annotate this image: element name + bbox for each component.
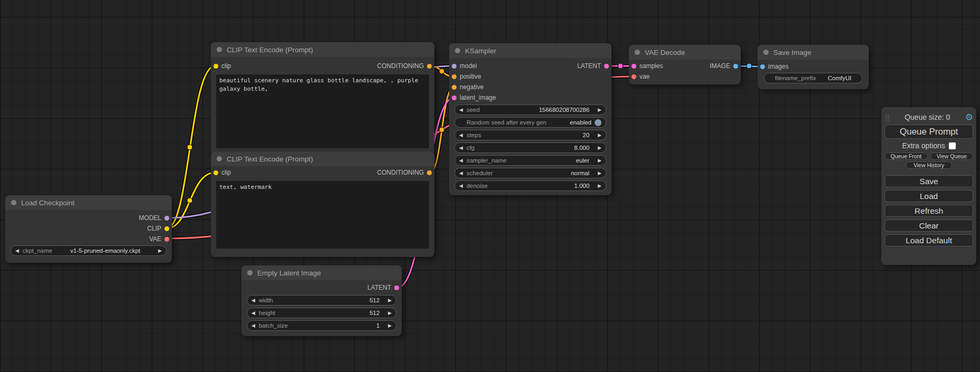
node-titlebar[interactable]: KSampler [449,43,612,58]
input-label-latent-image: latent_image [460,94,496,101]
prompt-text-input[interactable]: beautiful scenery nature glass bottle la… [216,74,429,148]
input-label-samples: samples [639,62,663,70]
queue-size-label: Queue size: 0 [890,113,965,121]
increment-arrow-icon[interactable]: ▶ [598,108,601,112]
model-input-port[interactable] [452,64,457,69]
collapse-dot-icon[interactable] [635,50,640,55]
ckpt-name-widget[interactable]: ◀ ckpt_name v1-5-pruned-emaonly.ckpt ▶ [11,245,167,256]
increment-arrow-icon[interactable]: ▶ [598,184,601,188]
conditioning-output-port[interactable] [427,170,432,175]
clear-button[interactable]: Clear [885,220,973,232]
collapse-dot-icon[interactable] [455,48,460,53]
collapse-dot-icon[interactable] [247,270,253,275]
toggle-knob-icon[interactable] [595,119,601,126]
extra-options-label: Extra options [902,141,945,150]
vae-input-port[interactable] [632,74,636,79]
samples-input-port[interactable] [632,64,636,69]
node-vae-decode[interactable]: VAE Decode samples IMAGE vae [629,45,741,84]
drag-handle-icon[interactable]: ⣿ [885,113,890,121]
decrement-arrow-icon[interactable]: ◀ [459,133,463,138]
load-button[interactable]: Load [885,190,973,202]
collapse-dot-icon[interactable] [217,47,222,52]
node-title: CLIP Text Encode (Prompt) [227,46,313,54]
node-save-image[interactable]: Save Image images filename_prefix ComfyU… [758,45,869,89]
model-output-port[interactable] [164,216,169,221]
batch-size-widget[interactable]: ◀ batch_size 1 ▶ [247,320,396,331]
load-default-button[interactable]: Load Default [885,234,973,246]
settings-gear-icon[interactable]: ⚙ [965,113,973,122]
decrement-arrow-icon[interactable]: ◀ [459,146,463,150]
node-titlebar[interactable]: CLIP Text Encode (Prompt) [211,151,434,166]
collapse-dot-icon[interactable] [217,156,222,161]
node-titlebar[interactable]: CLIP Text Encode (Prompt) [211,42,434,57]
height-widget[interactable]: ◀ height 512 ▶ [247,308,396,318]
link-midpoint-dot [439,127,444,132]
decrement-arrow-icon[interactable]: ◀ [251,298,255,303]
seed-widget[interactable]: ◀ seed 156680208700286 ▶ [454,104,606,115]
link-midpoint-dot [439,69,444,74]
node-titlebar[interactable]: Empty Latent Image [241,265,402,280]
increment-arrow-icon[interactable]: ▶ [598,146,601,150]
node-clip-text-encode-negative[interactable]: CLIP Text Encode (Prompt) clip CONDITION… [211,151,434,257]
increment-arrow-icon[interactable]: ▶ [598,171,601,176]
negative-input-port[interactable] [452,85,457,90]
queue-front-button[interactable]: Queue Front [885,152,928,160]
decrement-arrow-icon[interactable]: ◀ [459,171,463,176]
images-input-port[interactable] [760,64,765,69]
vae-output-port[interactable] [164,237,169,242]
save-button[interactable]: Save [885,175,973,187]
decrement-arrow-icon[interactable]: ◀ [251,323,255,328]
extra-options-checkbox[interactable] [949,142,956,149]
node-empty-latent-image[interactable]: Empty Latent Image LATENT ◀ width 512 ▶ … [241,265,402,336]
refresh-button[interactable]: Refresh [885,205,973,217]
sampler-name-widget[interactable]: ◀ sampler_name euler ▶ [454,155,606,166]
increment-arrow-icon[interactable]: ▶ [388,298,392,303]
node-clip-text-encode-positive[interactable]: CLIP Text Encode (Prompt) clip CONDITION… [211,42,434,155]
decrement-arrow-icon[interactable]: ◀ [459,108,463,112]
node-titlebar[interactable]: Load Checkpoint [5,195,172,210]
output-label-latent: LATENT [577,62,601,70]
decrement-arrow-icon[interactable]: ◀ [459,184,463,188]
collapse-dot-icon[interactable] [763,50,769,55]
view-queue-button[interactable]: View Queue [930,152,974,160]
widget-value: normal [571,170,589,176]
scheduler-widget[interactable]: ◀ scheduler normal ▶ [454,168,606,178]
widget-value: 512 [370,310,380,316]
widget-label: height [259,310,275,316]
latent-image-input-port[interactable] [452,96,457,100]
clip-input-port[interactable] [214,64,218,69]
conditioning-output-port[interactable] [427,64,432,69]
collapse-dot-icon[interactable] [11,200,16,205]
latent-output-port[interactable] [604,64,609,69]
widget-value: 156680208700286 [539,107,589,113]
denoise-widget[interactable]: ◀ denoise 1.000 ▶ [454,180,606,191]
queue-prompt-button[interactable]: Queue Prompt [885,125,973,139]
decrement-arrow-icon[interactable]: ◀ [15,249,19,253]
widget-label: sampler_name [467,157,507,164]
prompt-text-input[interactable]: text, watermark [216,181,429,249]
node-titlebar[interactable]: Save Image [758,45,869,60]
increment-arrow-icon[interactable]: ▶ [598,133,601,138]
positive-input-port[interactable] [452,74,457,79]
filename-prefix-widget[interactable]: filename_prefix ComfyUI [764,73,862,83]
view-history-button[interactable]: View History [906,161,952,169]
cfg-widget[interactable]: ◀ cfg 8.000 ▶ [454,142,606,153]
increment-arrow-icon[interactable]: ▶ [158,249,162,253]
random-seed-toggle-widget[interactable]: Random seed after every gen enabled [454,117,606,128]
increment-arrow-icon[interactable]: ▶ [388,311,392,316]
input-label-negative: negative [460,83,483,91]
latent-output-port[interactable] [394,285,399,290]
node-titlebar[interactable]: VAE Decode [629,45,741,60]
increment-arrow-icon[interactable]: ▶ [388,323,392,328]
clip-output-port[interactable] [164,226,169,231]
node-load-checkpoint[interactable]: Load Checkpoint MODEL CLIP VAE ◀ ckpt_na… [5,195,172,263]
decrement-arrow-icon[interactable]: ◀ [459,158,463,163]
steps-widget[interactable]: ◀ steps 20 ▶ [454,130,606,140]
width-widget[interactable]: ◀ width 512 ▶ [247,295,396,306]
increment-arrow-icon[interactable]: ▶ [598,158,601,163]
node-ksampler[interactable]: KSampler model LATENT positive negative … [449,43,612,195]
decrement-arrow-icon[interactable]: ◀ [251,311,255,316]
image-output-port[interactable] [733,64,738,69]
clip-input-port[interactable] [214,170,218,175]
node-title: Load Checkpoint [21,199,74,207]
